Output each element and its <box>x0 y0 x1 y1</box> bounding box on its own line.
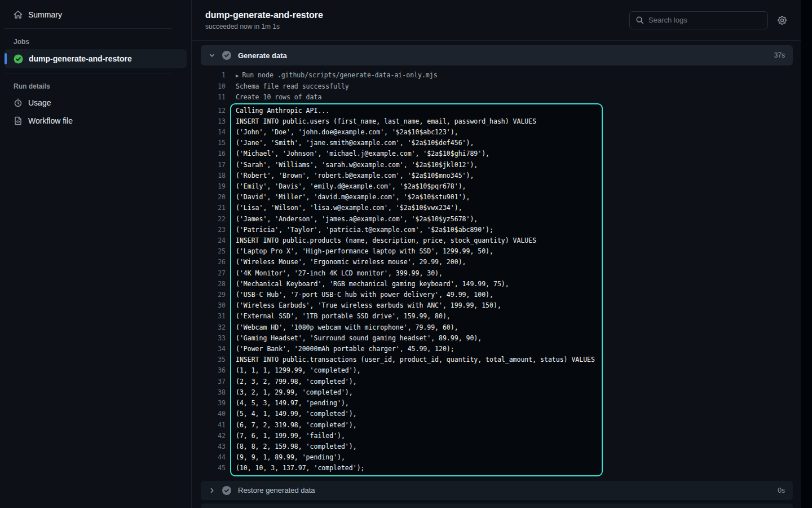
search-logs-box[interactable] <box>629 11 768 29</box>
log-line-text: ('External SSD', '1TB portable SSD drive… <box>236 311 595 322</box>
log-line-text: Schema file read successfully <box>236 81 349 92</box>
log-line-number[interactable]: 24 <box>201 235 226 246</box>
sidebar-item-usage[interactable]: Usage <box>5 94 187 112</box>
log-line-text: (6, 7, 2, 319.98, 'completed'), <box>236 420 595 431</box>
step-duration: 0s <box>778 487 785 494</box>
log-line-text: (8, 8, 2, 159.98, 'completed'), <box>236 441 595 452</box>
log-line-text: ('Laptop Pro X', 'High-performance lapto… <box>236 246 595 257</box>
log-line-number[interactable]: 33 <box>201 333 226 344</box>
step-header-restore-generated-data[interactable]: Restore generated data 0s <box>201 481 793 500</box>
log-line: 1▶Run node .github/scripts/generate-data… <box>201 70 793 81</box>
log-line-text: INSERT INTO public.products (name, descr… <box>236 235 595 246</box>
log-line-number[interactable]: 35 <box>201 354 226 365</box>
log-line-text: (9, 9, 1, 89.99, 'pending'), <box>236 452 595 463</box>
log-line-number[interactable]: 20 <box>201 192 226 203</box>
stopwatch-icon <box>14 98 23 107</box>
log-highlight-wrap: 1213141516171819202122232425262728293031… <box>201 103 793 476</box>
log-line-text: ('Mechanical Keyboard', 'RGB mechanical … <box>236 279 595 290</box>
log-line-text: ('Power Bank', '20000mAh portable charge… <box>236 344 595 354</box>
log-line-text: ('Wireless Earbuds', 'True wireless earb… <box>236 300 595 311</box>
log-line-number[interactable]: 19 <box>201 181 226 192</box>
log-line-text: (4, 5, 3, 149.97, 'pending'), <box>236 398 595 409</box>
log-line-number[interactable]: 29 <box>201 290 226 300</box>
search-logs-input[interactable] <box>648 16 762 24</box>
log-line-number[interactable]: 14 <box>201 127 226 138</box>
sidebar-item-label: Summary <box>28 10 62 19</box>
log-line-number[interactable]: 27 <box>201 268 226 279</box>
step-header-post-setup-nodejs[interactable]: Post Setup Node.js 0s <box>201 503 793 508</box>
log-line-text: (7, 6, 1, 199.99, 'failed'), <box>236 431 595 441</box>
log-line-number[interactable]: 32 <box>201 322 226 333</box>
log-line-number[interactable]: 21 <box>201 203 226 213</box>
sidebar-item-summary[interactable]: Summary <box>5 6 187 24</box>
log-line-text: ('Webcam HD', '1080p webcam with microph… <box>236 322 595 333</box>
log-line-text: Create 10 rows of data <box>236 92 321 103</box>
jobs-section-label: Jobs <box>5 33 187 49</box>
log-line-number[interactable]: 16 <box>201 148 226 159</box>
main-panel: dump-generate-and-restore succeeded now … <box>192 0 801 508</box>
log-line-text: ('David', 'Miller', 'david.m@example.com… <box>236 192 595 203</box>
job-name-label: dump-generate-and-restore <box>29 54 132 63</box>
sidebar-item-workflow-file[interactable]: Workflow file <box>5 112 187 130</box>
log-line-text: ('Lisa', 'Wilson', 'lisa.w@example.com',… <box>236 203 595 213</box>
log-line-number[interactable]: 17 <box>201 160 226 170</box>
log-line-number[interactable]: 39 <box>201 398 226 409</box>
log-line-number[interactable]: 38 <box>201 387 226 398</box>
log-line-text: ('Sarah', 'Williams', 'sarah.w@example.c… <box>236 160 595 170</box>
gear-icon <box>777 15 787 25</box>
log-lines: 1▶Run node .github/scripts/generate-data… <box>201 65 793 478</box>
log-line-text: Calling Anthropic API... <box>236 106 595 116</box>
log-line-text: ('Michael', 'Johnson', 'michael.j@exampl… <box>236 148 595 159</box>
log-line-text: ('Emily', 'Davis', 'emily.d@example.com'… <box>236 181 595 192</box>
log-line-text: ('4K Monitor', '27-inch 4K LCD monitor',… <box>236 268 595 279</box>
log-line-number[interactable]: 28 <box>201 279 226 290</box>
log-line-number[interactable]: 45 <box>201 463 226 474</box>
log-line-number[interactable]: 34 <box>201 344 226 354</box>
log-line-text: ('USB-C Hub', '7-port USB-C hub with pow… <box>236 290 595 300</box>
log-highlight-gutter: 1213141516171819202122232425262728293031… <box>201 103 226 476</box>
log-line-number[interactable]: 42 <box>201 431 226 441</box>
log-line-number[interactable]: 15 <box>201 138 226 148</box>
log-settings-button[interactable] <box>776 14 788 27</box>
log-line-number[interactable]: 11 <box>201 92 226 103</box>
group-expand-icon[interactable]: ▶ <box>236 73 239 78</box>
log-line-text: ('Gaming Headset', 'Surround sound gamin… <box>236 333 595 344</box>
log-line-number[interactable]: 13 <box>201 116 226 127</box>
log-line-number[interactable]: 37 <box>201 376 226 387</box>
sidebar-item-label: Workflow file <box>28 116 73 125</box>
sidebar-item-label: Usage <box>28 98 51 107</box>
sidebar-item-job-dump-generate-and-restore[interactable]: dump-generate-and-restore <box>5 49 187 68</box>
log-line-number[interactable]: 22 <box>201 214 226 225</box>
log-line-text: INSERT INTO public.transactions (user_id… <box>236 354 595 365</box>
run-header: dump-generate-and-restore succeeded now … <box>192 0 801 41</box>
log-line-number[interactable]: 41 <box>201 420 226 431</box>
log-line-number[interactable]: 25 <box>201 246 226 257</box>
log-line-number[interactable]: 26 <box>201 257 226 268</box>
step-check-icon <box>222 51 231 60</box>
log-line-number[interactable]: 1 <box>201 70 226 81</box>
step-name: Generate data <box>238 51 287 60</box>
log-line-number[interactable]: 23 <box>201 225 226 235</box>
step-header-generate-data[interactable]: Generate data 37s <box>201 45 793 65</box>
log-line-number[interactable]: 10 <box>201 81 226 92</box>
log-line-number[interactable]: 44 <box>201 452 226 463</box>
step-list: Generate data 37s 1▶Run node .github/scr… <box>192 41 801 508</box>
log-line-number[interactable]: 12 <box>201 106 226 116</box>
chevron-right-icon <box>209 487 215 494</box>
step-check-icon <box>222 486 231 495</box>
log-line-text: ▶Run node .github/scripts/generate-data-… <box>236 70 438 81</box>
sidebar: Summary Jobs dump-generate-and-restore R… <box>0 0 192 508</box>
log-line-number[interactable]: 30 <box>201 300 226 311</box>
home-icon <box>14 10 23 19</box>
log-line-text: ('John', 'Doe', 'john.doe@example.com', … <box>236 127 595 138</box>
active-job-accent-bar <box>5 53 7 64</box>
divider <box>5 28 171 29</box>
log-line-number[interactable]: 40 <box>201 409 226 419</box>
run-status-text: succeeded now in 1m 1s <box>205 23 323 30</box>
log-line-number[interactable]: 18 <box>201 170 226 181</box>
log-line-number[interactable]: 43 <box>201 441 226 452</box>
search-icon <box>636 16 644 24</box>
log-line-text: ('Wireless Mouse', 'Ergonomic wireless m… <box>236 257 595 268</box>
log-line-number[interactable]: 31 <box>201 311 226 322</box>
log-line-number[interactable]: 36 <box>201 365 226 376</box>
